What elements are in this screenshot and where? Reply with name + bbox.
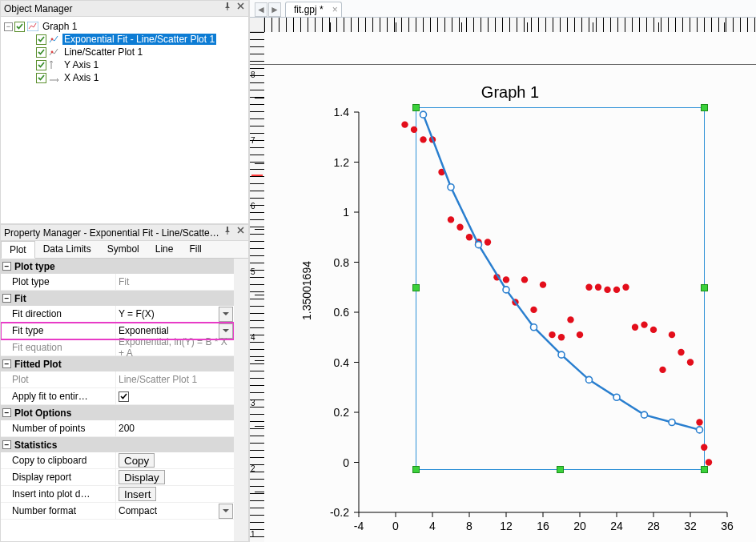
svg-point-47 [420,136,426,143]
svg-point-72 [650,327,657,333]
svg-point-85 [558,351,565,358]
checkbox-icon[interactable] [14,22,25,32]
svg-point-81 [448,184,454,191]
section-statistics[interactable]: −Statistics [1,437,234,452]
pin-icon[interactable] [221,227,234,239]
collapse-icon[interactable]: − [4,22,13,31]
tab-fill[interactable]: Fill [181,241,209,258]
svg-point-79 [706,459,712,465]
svg-point-58 [521,276,528,283]
tab-line[interactable]: Line [147,241,182,258]
section-plot-options[interactable]: −Plot Options [1,405,234,420]
document-tab-title: fit.gpj * [294,4,324,15]
svg-point-60 [540,281,546,287]
checkbox-icon[interactable] [36,73,46,83]
checkbox-icon[interactable] [36,60,46,70]
tree-node-label: Line/Scatter Plot 1 [62,46,144,58]
close-icon[interactable] [234,2,247,15]
tab-symbol[interactable]: Symbol [99,241,147,258]
tree-item-scatter[interactable]: Line/Scatter Plot 1 [4,46,248,58]
tab-nav-left-icon[interactable]: ◄ [255,2,267,17]
section-fit[interactable]: −Fit [1,291,234,306]
checkbox-icon[interactable] [36,34,46,45]
scrollbar-thumb[interactable] [235,259,247,287]
svg-point-69 [622,284,629,291]
svg-text:0.4: 0.4 [334,356,350,369]
chart-plot[interactable]: -404812162024283236-0.200.20.40.60.811.2… [264,32,756,542]
object-tree[interactable]: − Graph 1 Exponential Fit - Line/Scatter… [1,17,248,223]
copy-button[interactable]: Copy [119,453,155,468]
collapse-icon[interactable]: − [2,294,11,303]
document-tab[interactable]: fit.gpj * × [285,2,342,17]
number-format-value: Compact [119,505,157,516]
tree-item-yaxis[interactable]: Y Axis 1 [4,58,248,71]
tree-item-fit[interactable]: Exponential Fit - Line/Scatter Plot 1 [4,33,248,46]
pin-icon[interactable] [221,2,234,15]
document-tabstrip: ◄ ► fit.gpj * × [250,0,756,18]
ruler-corner [250,18,264,32]
tab-data-limits[interactable]: Data Limits [35,241,99,258]
tree-root[interactable]: − Graph 1 [4,20,248,33]
checkbox-icon[interactable] [36,47,46,58]
collapse-icon[interactable]: − [2,359,11,368]
row-fit-direction[interactable]: Fit direction Y = F(X) [1,306,234,323]
row-apply-fit[interactable]: Apply fit to entir… [1,388,234,405]
row-number-format[interactable]: Number format Compact [1,503,234,520]
svg-text:-4: -4 [354,520,364,532]
svg-point-1 [51,38,54,41]
svg-point-67 [604,287,610,293]
svg-point-64 [577,331,583,338]
property-grid[interactable]: −Plot type Plot type Fit −Fit Fit direct… [1,259,248,541]
tree-item-xaxis[interactable]: X Axis 1 [4,71,248,84]
horizontal-ruler[interactable] [264,18,756,32]
fit-direction-value: Y = F(X) [119,308,155,319]
row-fitted-plot: Plot Line/Scatter Plot 1 [1,371,234,388]
svg-point-90 [697,427,703,433]
object-manager-title: Object Manager [4,3,221,14]
chevron-down-icon[interactable] [219,307,233,322]
section-plot-type[interactable]: −Plot type [1,259,234,274]
svg-text:0: 0 [392,520,399,532]
svg-point-52 [466,234,472,240]
graph-icon [26,21,39,32]
svg-point-61 [549,331,555,338]
row-insert: Insert into plot d… Insert [1,486,234,503]
tree-node-label: Graph 1 [41,21,78,32]
svg-point-78 [701,444,707,451]
row-copy: Copy to clipboard Copy [1,452,234,469]
svg-text:28: 28 [647,520,660,532]
row-num-points[interactable]: Number of points 200 [1,420,234,437]
svg-point-80 [420,111,427,118]
svg-point-51 [456,224,463,231]
insert-button[interactable]: Insert [119,487,156,501]
display-button[interactable]: Display [119,470,165,484]
graph-canvas[interactable]: 8 7 6 5 4 3 2 1 Graph 1 1.35001694 [250,18,756,542]
collapse-icon[interactable]: − [2,440,11,449]
tree-node-label: Y Axis 1 [62,59,100,70]
close-icon[interactable] [234,227,247,239]
tab-nav-right-icon[interactable]: ► [268,2,281,17]
svg-text:8: 8 [466,520,472,532]
property-manager-header: Property Manager - Exponential Fit - Lin… [1,225,248,241]
svg-point-45 [401,121,408,127]
tab-plot[interactable]: Plot [1,241,35,259]
svg-text:24: 24 [610,520,623,532]
collapse-icon[interactable]: − [2,262,11,271]
svg-point-70 [632,324,638,331]
svg-text:20: 20 [573,520,586,532]
chevron-down-icon[interactable] [219,504,233,519]
svg-point-74 [669,331,675,338]
svg-text:12: 12 [500,520,513,532]
svg-point-65 [585,284,592,291]
svg-point-66 [595,284,601,291]
apply-fit-checkbox[interactable] [119,391,129,402]
svg-point-46 [411,126,417,133]
row-plot-type: Plot type Fit [1,274,234,291]
row-display: Display report Display [1,469,234,486]
svg-point-56 [503,276,509,283]
collapse-icon[interactable]: − [2,408,11,417]
close-icon[interactable]: × [332,4,338,15]
vertical-ruler[interactable]: 8 7 6 5 4 3 2 1 [250,32,264,542]
num-points-value[interactable]: 200 [119,423,135,434]
fitted-plot-value: Line/Scatter Plot 1 [115,371,234,387]
